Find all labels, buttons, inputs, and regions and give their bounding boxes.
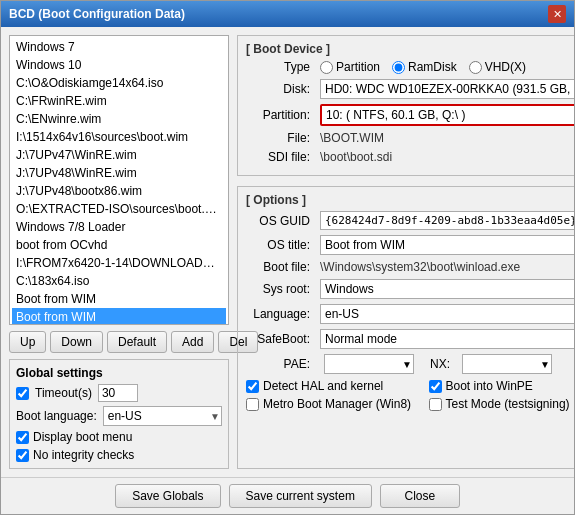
list-item[interactable]: I:\1514x64v16\sources\boot.wim	[12, 128, 226, 146]
pae-nx-row: PAE: ▼ NX: ▼	[246, 354, 574, 374]
partition-combo-wrap: 10: ( NTFS, 60.1 GB, Q:\ ) ▼	[320, 104, 574, 126]
test-mode-text: Test Mode (testsigning)	[446, 397, 570, 411]
boot-file-label: Boot file:	[246, 260, 316, 274]
timeout-input[interactable]	[98, 384, 138, 402]
pae-combo-wrap: ▼	[324, 354, 414, 374]
os-title-input[interactable]	[320, 235, 574, 255]
default-button[interactable]: Default	[107, 331, 167, 353]
disk-row: Disk: HD0: WDC WD10EZEX-00RKKА0 (931.5 G…	[246, 79, 574, 99]
save-current-button[interactable]: Save current system	[229, 484, 372, 508]
main-window: BCD (Boot Configuration Data) ✕ Windows …	[0, 0, 575, 515]
nx-select[interactable]	[462, 354, 552, 374]
detect-hal-checkbox[interactable]	[246, 380, 259, 393]
boot-winpe-text: Boot into WinPE	[446, 379, 533, 393]
options-group: [ Options ] OS GUID OS title: Boot file:…	[237, 186, 574, 469]
list-item[interactable]: C:\O&Odiskiamge14x64.iso	[12, 74, 226, 92]
os-title-row: OS title:	[246, 235, 574, 255]
list-item[interactable]: Boot from WIM	[12, 290, 226, 308]
type-row: Type Partition RamDisk VHD(X)	[246, 60, 574, 74]
no-integrity-checkbox[interactable]	[16, 449, 29, 462]
sdi-row: SDI file: \boot\boot.sdi	[246, 150, 574, 164]
partition-radio-label[interactable]: Partition	[320, 60, 380, 74]
file-value: \BOOT.WIM	[320, 131, 574, 145]
vhd-radio[interactable]	[469, 61, 482, 74]
language-row: Language:	[246, 304, 574, 324]
boot-lang-select[interactable]: en-US	[103, 406, 222, 426]
type-label: Type	[246, 60, 316, 74]
os-guid-label: OS GUID	[246, 214, 316, 228]
partition-row: Partition: 10: ( NTFS, 60.1 GB, Q:\ ) ▼	[246, 104, 574, 126]
list-item[interactable]: I:\FROM7x6420-1-14\DOWNLOADS\vista...	[12, 254, 226, 272]
language-input[interactable]	[320, 304, 574, 324]
list-item[interactable]: O:\EXTRACTED-ISO\sources\boot.wim	[12, 200, 226, 218]
disk-label: Disk:	[246, 82, 316, 96]
boot-file-value: \Windows\system32\boot\winload.exe	[320, 260, 574, 274]
titlebar: BCD (Boot Configuration Data) ✕	[1, 1, 574, 27]
list-item[interactable]: Windows 7/8 Loader	[12, 218, 226, 236]
no-integrity-row: No integrity checks	[16, 448, 222, 462]
os-guid-row: OS GUID	[246, 211, 574, 230]
type-radio-group: Partition RamDisk VHD(X)	[320, 60, 526, 74]
sys-root-label: Sys root:	[246, 282, 316, 296]
ramdisk-radio-label[interactable]: RamDisk	[392, 60, 457, 74]
close-dialog-button[interactable]: Close	[380, 484, 460, 508]
close-button[interactable]: ✕	[548, 5, 566, 23]
partition-radio[interactable]	[320, 61, 333, 74]
pae-label: PAE:	[246, 357, 316, 371]
list-item[interactable]: J:\7UPv48\bootx86.wim	[12, 182, 226, 200]
safeboot-row: SafeBoot: Normal mode Minimal Network ▼	[246, 329, 574, 349]
test-mode-checkbox[interactable]	[429, 398, 442, 411]
timeout-label: Timeout(s)	[35, 386, 92, 400]
boot-lang-combo-wrap: en-US ▼	[103, 406, 222, 426]
os-title-label: OS title:	[246, 238, 316, 252]
list-item[interactable]: Boot from WIM	[12, 308, 226, 325]
safeboot-combo-wrap: Normal mode Minimal Network ▼	[320, 329, 574, 349]
boot-device-group: [ Boot Device ] Type Partition RamDisk V…	[237, 35, 574, 176]
footer-buttons: Save Globals Save current system Close	[1, 477, 574, 514]
list-item[interactable]: Windows 7	[12, 38, 226, 56]
add-button[interactable]: Add	[171, 331, 214, 353]
list-item[interactable]: J:\7UPv47\WinRE.wim	[12, 146, 226, 164]
display-boot-menu-checkbox[interactable]	[16, 431, 29, 444]
options-checkboxes: Detect HAL and kernel Boot into WinPE Me…	[246, 379, 574, 411]
detect-hal-label[interactable]: Detect HAL and kernel	[246, 379, 425, 393]
up-button[interactable]: Up	[9, 331, 46, 353]
ramdisk-radio[interactable]	[392, 61, 405, 74]
down-button[interactable]: Down	[50, 331, 103, 353]
file-row: File: \BOOT.WIM	[246, 131, 574, 145]
sys-root-input[interactable]	[320, 279, 574, 299]
list-item[interactable]: boot from OCvhd	[12, 236, 226, 254]
os-guid-input[interactable]	[320, 211, 574, 230]
test-mode-label[interactable]: Test Mode (testsigning)	[429, 397, 575, 411]
partition-select[interactable]: 10: ( NTFS, 60.1 GB, Q:\ )	[320, 104, 574, 126]
boot-list[interactable]: Windows 7Windows 10C:\O&Odiskiamge14x64.…	[9, 35, 229, 325]
metro-checkbox[interactable]	[246, 398, 259, 411]
file-label: File:	[246, 131, 316, 145]
disk-select[interactable]: HD0: WDC WD10EZEX-00RKKА0 (931.5 GB, C:	[320, 79, 574, 99]
boot-lang-row: Boot language: en-US ▼	[16, 406, 222, 426]
sdi-label: SDI file:	[246, 150, 316, 164]
metro-label[interactable]: Metro Boot Manager (Win8)	[246, 397, 425, 411]
vhd-radio-label[interactable]: VHD(X)	[469, 60, 526, 74]
display-boot-menu-label: Display boot menu	[33, 430, 132, 444]
language-label: Language:	[246, 307, 316, 321]
detect-hal-text: Detect HAL and kernel	[263, 379, 383, 393]
boot-winpe-label[interactable]: Boot into WinPE	[429, 379, 575, 393]
list-item[interactable]: Windows 10	[12, 56, 226, 74]
sys-root-row: Sys root:	[246, 279, 574, 299]
list-item[interactable]: C:\183x64.iso	[12, 272, 226, 290]
boot-file-row: Boot file: \Windows\system32\boot\winloa…	[246, 260, 574, 274]
list-item[interactable]: C:\FRwinRE.wim	[12, 92, 226, 110]
boot-winpe-checkbox[interactable]	[429, 380, 442, 393]
left-panel: Windows 7Windows 10C:\O&Odiskiamge14x64.…	[9, 35, 229, 469]
nx-combo-wrap: ▼	[462, 354, 552, 374]
global-settings: Global settings Timeout(s) Boot language…	[9, 359, 229, 469]
save-globals-button[interactable]: Save Globals	[115, 484, 220, 508]
window-title: BCD (Boot Configuration Data)	[9, 7, 185, 21]
list-item[interactable]: J:\7UPv48\WinRE.wim	[12, 164, 226, 182]
nx-label: NX:	[430, 357, 450, 371]
pae-select[interactable]	[324, 354, 414, 374]
list-item[interactable]: C:\ENwinre.wim	[12, 110, 226, 128]
timeout-checkbox[interactable]	[16, 387, 29, 400]
safeboot-select[interactable]: Normal mode Minimal Network	[320, 329, 574, 349]
